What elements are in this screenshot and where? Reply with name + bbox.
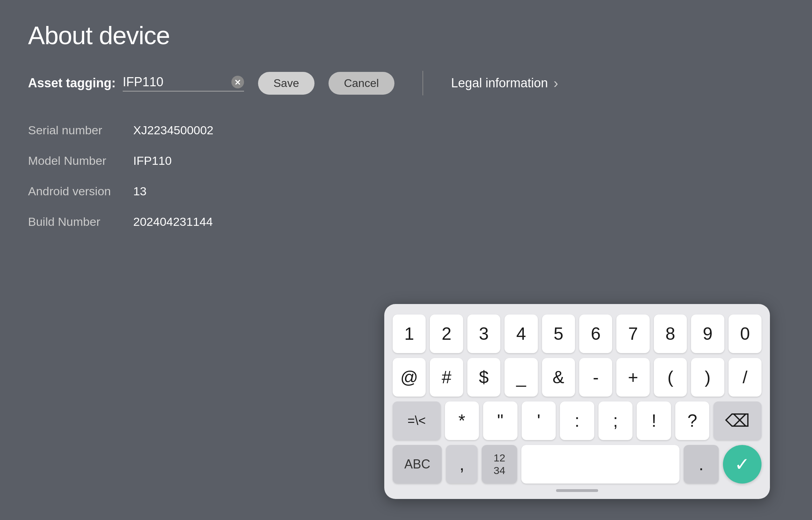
legal-info-label: Legal information	[451, 76, 548, 90]
top-row: Asset tagging: Save Cancel Legal informa…	[28, 71, 784, 95]
asset-input-wrapper	[123, 75, 244, 92]
key-asterisk[interactable]: *	[445, 401, 479, 440]
key-special-mode[interactable]: =\<	[393, 401, 441, 440]
key-minus[interactable]: -	[579, 358, 612, 397]
key-apostrophe[interactable]: '	[522, 401, 556, 440]
asset-tagging-input[interactable]	[123, 75, 228, 89]
key-dollar[interactable]: $	[467, 358, 500, 397]
key-hash[interactable]: #	[430, 358, 463, 397]
keyboard: 1 2 3 4 5 6 7 8 9 0 @ # $ _ & - + ( ) / …	[384, 304, 770, 499]
key-close-paren[interactable]: )	[691, 358, 724, 397]
key-underscore[interactable]: _	[505, 358, 537, 397]
key-8[interactable]: 8	[654, 315, 687, 353]
key-period[interactable]: .	[684, 445, 719, 484]
keyboard-rows: 1 2 3 4 5 6 7 8 9 0 @ # $ _ & - + ( ) / …	[393, 315, 762, 484]
enter-icon: ✓	[735, 454, 750, 475]
build-number-label: Build Number	[28, 215, 133, 229]
keyboard-row-symbols: @ # $ _ & - + ( ) /	[393, 358, 762, 397]
backspace-icon: ⌫	[725, 411, 750, 431]
keyboard-row-numbers: 1 2 3 4 5 6 7 8 9 0	[393, 315, 762, 353]
key-2[interactable]: 2	[430, 315, 463, 353]
key-num-mode[interactable]: 1234	[482, 445, 517, 484]
keyboard-row-bottom: ABC , 1234 . ✓	[393, 445, 762, 484]
key-quote[interactable]: "	[483, 401, 517, 440]
divider	[422, 71, 423, 95]
key-6[interactable]: 6	[579, 315, 612, 353]
clear-icon[interactable]	[231, 76, 244, 88]
model-number-label: Model Number	[28, 154, 133, 168]
key-question[interactable]: ?	[675, 401, 710, 440]
serial-number-label: Serial number	[28, 123, 133, 137]
key-comma[interactable]: ,	[446, 445, 478, 484]
key-colon[interactable]: :	[560, 401, 594, 440]
backspace-key[interactable]: ⌫	[713, 401, 762, 440]
key-1[interactable]: 1	[393, 315, 426, 353]
chevron-right-icon: ›	[554, 75, 558, 91]
android-version-value: 13	[133, 184, 784, 198]
key-4[interactable]: 4	[505, 315, 537, 353]
model-number-value: IFP110	[133, 154, 784, 168]
key-abc[interactable]: ABC	[393, 445, 442, 484]
cancel-button[interactable]: Cancel	[329, 72, 394, 95]
save-button[interactable]: Save	[258, 72, 314, 95]
key-exclaim[interactable]: !	[637, 401, 671, 440]
asset-tagging-label: Asset tagging:	[28, 76, 116, 90]
serial-number-value: XJ2234500002	[133, 123, 784, 137]
key-semicolon[interactable]: ;	[598, 401, 633, 440]
key-slash[interactable]: /	[729, 358, 762, 397]
keyboard-row-special: =\< * " ' : ; ! ? ⌫	[393, 401, 762, 440]
key-9[interactable]: 9	[691, 315, 724, 353]
key-space[interactable]	[521, 445, 679, 484]
key-0[interactable]: 0	[729, 315, 762, 353]
key-plus[interactable]: +	[616, 358, 649, 397]
asset-tagging-section: Asset tagging:	[28, 75, 244, 92]
key-ampersand[interactable]: &	[542, 358, 575, 397]
page-title: About device	[28, 21, 784, 50]
key-5[interactable]: 5	[542, 315, 575, 353]
key-open-paren[interactable]: (	[654, 358, 687, 397]
device-info-grid: Serial number XJ2234500002 Model Number …	[28, 123, 784, 229]
enter-key[interactable]: ✓	[723, 445, 762, 484]
key-at[interactable]: @	[393, 358, 426, 397]
key-7[interactable]: 7	[616, 315, 649, 353]
android-version-label: Android version	[28, 184, 133, 198]
keyboard-handle	[556, 489, 598, 492]
build-number-value: 202404231144	[133, 215, 784, 229]
legal-info-link[interactable]: Legal information ›	[451, 75, 559, 91]
key-3[interactable]: 3	[467, 315, 500, 353]
